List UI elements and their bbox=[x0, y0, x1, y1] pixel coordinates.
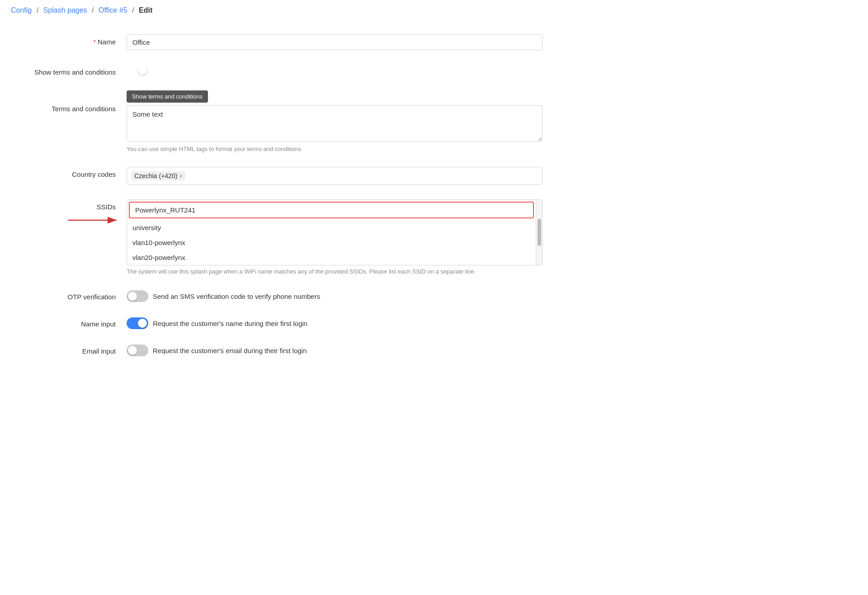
show-terms-row: Show terms and conditions bbox=[27, 65, 552, 76]
name-row: *Name bbox=[27, 34, 552, 50]
page-wrapper: Config / Splash pages / Office #5 / Edit… bbox=[0, 0, 868, 595]
otp-toggle-track bbox=[127, 290, 148, 302]
otp-toggle[interactable] bbox=[127, 290, 148, 302]
breadcrumb-sep2: / bbox=[92, 6, 94, 14]
breadcrumb-office[interactable]: Office #5 bbox=[99, 6, 127, 14]
country-codes-field[interactable]: Czechia (+420) × bbox=[127, 167, 542, 185]
country-codes-row: Country codes Czechia (+420) × bbox=[27, 167, 552, 185]
name-content bbox=[127, 34, 542, 50]
name-input-toggle-label: Request the customer's name during their… bbox=[153, 320, 307, 327]
terms-row: Terms and conditions Show terms and cond… bbox=[27, 90, 552, 152]
otp-row: OTP verification Send an SMS verificatio… bbox=[27, 289, 552, 302]
name-input-toggle-container: Request the customer's name during their… bbox=[127, 316, 542, 329]
ssids-row: SSIDs Powerlynx_RUT241 university vlan10… bbox=[27, 199, 552, 275]
ssids-scrollbar[interactable] bbox=[536, 200, 542, 265]
email-input-track bbox=[127, 345, 148, 356]
email-input-toggle-container: Request the customer's email during thei… bbox=[127, 344, 542, 356]
ssid-item-1[interactable]: university bbox=[127, 220, 536, 235]
country-tag-remove[interactable]: × bbox=[179, 173, 183, 179]
breadcrumb-config[interactable]: Config bbox=[11, 6, 32, 14]
terms-tooltip: Show terms and conditions bbox=[127, 90, 208, 103]
ssids-listbox[interactable]: Powerlynx_RUT241 university vlan10-power… bbox=[127, 199, 542, 265]
otp-toggle-container: Send an SMS verification code to verify … bbox=[127, 289, 542, 302]
breadcrumb-edit: Edit bbox=[139, 6, 152, 14]
email-input-toggle[interactable] bbox=[127, 345, 148, 356]
name-input-track bbox=[127, 317, 148, 329]
name-input-thumb bbox=[138, 319, 147, 328]
breadcrumb-sep1: / bbox=[37, 6, 38, 14]
name-input-label: Name input bbox=[27, 316, 127, 328]
terms-label: Terms and conditions bbox=[27, 90, 127, 113]
breadcrumb-sep3: / bbox=[132, 6, 134, 14]
arrow-container bbox=[63, 210, 122, 231]
name-input[interactable] bbox=[127, 34, 542, 50]
name-input-content: Request the customer's name during their… bbox=[127, 316, 542, 329]
ssids-label: SSIDs bbox=[27, 199, 127, 211]
ssid-item-3[interactable]: vlan20-powerlynx bbox=[127, 250, 536, 265]
name-label: *Name bbox=[27, 34, 127, 46]
terms-textarea[interactable]: Some text bbox=[127, 105, 542, 142]
show-terms-label: Show terms and conditions bbox=[27, 65, 127, 76]
email-input-row: Email input Request the customer's email… bbox=[27, 344, 552, 356]
form-container: *Name Show terms and conditions Terms an… bbox=[0, 21, 579, 384]
email-input-thumb bbox=[128, 346, 137, 355]
email-input-label: Email input bbox=[27, 344, 127, 355]
terms-hint: You can use simple HTML tags to format y… bbox=[127, 146, 542, 152]
ssids-hint: The system will use this splash page whe… bbox=[127, 268, 542, 275]
email-input-content: Request the customer's email during thei… bbox=[127, 344, 542, 356]
email-input-toggle-label: Request the customer's email during thei… bbox=[153, 347, 307, 354]
name-input-toggle[interactable] bbox=[127, 317, 148, 329]
ssid-item-2[interactable]: vlan10-powerlynx bbox=[127, 235, 536, 250]
scrollbar-thumb bbox=[538, 219, 541, 246]
breadcrumb: Config / Splash pages / Office #5 / Edit bbox=[0, 0, 868, 21]
ssid-item-0[interactable]: Powerlynx_RUT241 bbox=[129, 202, 534, 218]
otp-toggle-label: Send an SMS verification code to verify … bbox=[153, 293, 320, 300]
name-required: * bbox=[93, 38, 96, 46]
name-input-row: Name input Request the customer's name d… bbox=[27, 316, 552, 329]
country-codes-content: Czechia (+420) × bbox=[127, 167, 542, 185]
country-tag-label: Czechia (+420) bbox=[134, 172, 177, 179]
otp-label: OTP verification bbox=[27, 289, 127, 301]
arrow-svg bbox=[63, 210, 122, 230]
toggle-thumb bbox=[138, 66, 147, 75]
ssids-content: Powerlynx_RUT241 university vlan10-power… bbox=[127, 199, 542, 275]
otp-toggle-thumb bbox=[128, 292, 137, 301]
country-codes-label: Country codes bbox=[27, 167, 127, 178]
breadcrumb-splash-pages[interactable]: Splash pages bbox=[43, 6, 87, 14]
otp-content: Send an SMS verification code to verify … bbox=[127, 289, 542, 302]
country-tag-czechia: Czechia (+420) × bbox=[132, 171, 185, 180]
terms-content: Show terms and conditions Some text You … bbox=[127, 90, 542, 152]
